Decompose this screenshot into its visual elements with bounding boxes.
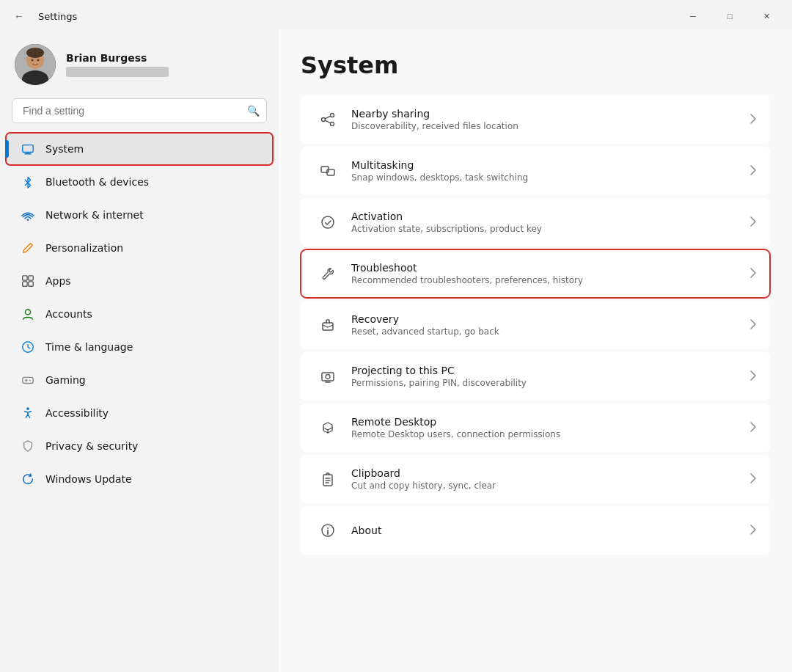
sidebar-item-apps-label: Apps — [45, 275, 71, 287]
svg-point-9 — [27, 219, 29, 221]
projecting-chevron — [750, 370, 756, 383]
settings-list: Nearby sharingDiscoverability, received … — [301, 95, 770, 555]
clipboard-title: Clipboard — [351, 467, 750, 479]
remote-desktop-text: Remote DesktopRemote Desktop users, conn… — [351, 416, 750, 439]
svg-point-23 — [322, 118, 326, 122]
user-name: Brian Burgess — [66, 52, 169, 64]
setting-item-clipboard[interactable]: ClipboardCut and copy history, sync, cle… — [301, 455, 770, 503]
sidebar-item-apps[interactable]: Apps — [6, 265, 273, 297]
bluetooth-icon — [21, 175, 35, 189]
svg-point-21 — [331, 114, 334, 117]
multitasking-desc: Snap windows, desktops, task switching — [351, 172, 750, 183]
multitasking-icon — [315, 158, 341, 184]
page-title: System — [301, 51, 770, 79]
privacy-icon — [21, 439, 35, 453]
nearby-sharing-desc: Discoverability, received files location — [351, 121, 750, 131]
setting-item-remote-desktop[interactable]: Remote DesktopRemote Desktop users, conn… — [301, 403, 770, 452]
search-input[interactable] — [12, 98, 267, 123]
nearby-sharing-title: Nearby sharing — [351, 108, 750, 120]
sidebar-item-gaming[interactable]: Gaming — [6, 364, 273, 396]
troubleshoot-chevron — [750, 268, 756, 280]
svg-rect-11 — [29, 276, 33, 280]
activation-chevron — [750, 216, 756, 229]
clipboard-text: ClipboardCut and copy history, sync, cle… — [351, 467, 750, 491]
svg-point-20 — [26, 407, 29, 410]
recovery-desc: Reset, advanced startup, go back — [351, 326, 750, 337]
clipboard-desc: Cut and copy history, sync, clear — [351, 481, 750, 491]
svg-line-24 — [325, 116, 331, 119]
svg-rect-10 — [23, 276, 27, 280]
svg-rect-12 — [23, 282, 27, 286]
activation-icon — [315, 209, 341, 235]
titlebar: ← Settings ─ □ ✕ — [0, 0, 792, 29]
remote-desktop-desc: Remote Desktop users, connection permiss… — [351, 429, 750, 439]
back-button[interactable]: ← — [9, 6, 29, 26]
clipboard-chevron — [750, 473, 756, 486]
about-chevron — [750, 525, 756, 537]
troubleshoot-icon — [315, 260, 341, 287]
svg-point-22 — [331, 123, 334, 126]
setting-item-about[interactable]: About — [301, 506, 770, 555]
svg-rect-16 — [23, 377, 33, 383]
avatar — [15, 44, 56, 85]
sidebar-item-update[interactable]: Windows Update — [6, 463, 273, 495]
system-icon — [21, 142, 35, 156]
sidebar-item-privacy-label: Privacy & security — [45, 440, 138, 452]
sidebar-item-privacy[interactable]: Privacy & security — [6, 430, 273, 462]
window-controls: ─ □ ✕ — [676, 4, 783, 28]
activation-text: ActivationActivation state, subscription… — [351, 211, 750, 234]
sidebar-item-accessibility[interactable]: Accessibility — [6, 397, 273, 429]
svg-point-3 — [26, 48, 44, 58]
recovery-title: Recovery — [351, 313, 750, 325]
remote-desktop-icon — [315, 414, 341, 441]
recovery-icon — [315, 312, 341, 338]
setting-item-multitasking[interactable]: MultitaskingSnap windows, desktops, task… — [301, 147, 770, 195]
sidebar-item-personalization[interactable]: Personalization — [6, 232, 273, 264]
activation-desc: Activation state, subscriptions, product… — [351, 224, 750, 234]
setting-item-projecting[interactable]: Projecting to this PCPermissions, pairin… — [301, 352, 770, 401]
troubleshoot-text: TroubleshootRecommended troubleshooters,… — [351, 262, 750, 285]
sidebar-item-accounts[interactable]: Accounts — [6, 298, 273, 330]
time-icon — [21, 340, 35, 354]
multitasking-chevron — [750, 165, 756, 178]
sidebar-item-system-label: System — [45, 143, 84, 155]
setting-item-recovery[interactable]: RecoveryReset, advanced startup, go back — [301, 301, 770, 349]
setting-item-activation[interactable]: ActivationActivation state, subscription… — [301, 198, 770, 246]
minimize-button[interactable]: ─ — [676, 4, 710, 28]
titlebar-left: ← Settings — [9, 6, 77, 26]
main-layout: Brian Burgess 🔍 SystemBluetooth & device… — [0, 29, 792, 672]
svg-rect-30 — [322, 373, 334, 381]
sidebar-item-time[interactable]: Time & language — [6, 331, 273, 363]
sidebar-item-bluetooth[interactable]: Bluetooth & devices — [6, 166, 273, 198]
search-box: 🔍 — [12, 98, 267, 123]
sidebar-item-personalization-label: Personalization — [45, 242, 123, 254]
maximize-button[interactable]: □ — [713, 4, 747, 28]
svg-point-31 — [326, 375, 330, 379]
about-title: About — [351, 525, 750, 536]
apps-icon — [21, 274, 35, 288]
search-icon: 🔍 — [247, 105, 260, 117]
sidebar-item-update-label: Windows Update — [45, 473, 132, 485]
sidebar-item-accessibility-label: Accessibility — [45, 407, 109, 419]
sidebar-item-time-label: Time & language — [45, 341, 133, 353]
projecting-desc: Permissions, pairing PIN, discoverabilit… — [351, 378, 750, 388]
svg-rect-29 — [323, 323, 333, 330]
svg-rect-6 — [23, 145, 33, 153]
remote-desktop-title: Remote Desktop — [351, 416, 750, 428]
svg-line-25 — [325, 120, 331, 123]
svg-point-28 — [322, 216, 334, 228]
sidebar-item-system[interactable]: System — [6, 133, 273, 165]
update-icon — [21, 472, 35, 486]
about-icon — [315, 517, 341, 544]
setting-item-troubleshoot[interactable]: TroubleshootRecommended troubleshooters,… — [301, 249, 770, 298]
nearby-sharing-chevron — [750, 114, 756, 126]
close-button[interactable]: ✕ — [749, 4, 783, 28]
nearby-sharing-icon — [315, 106, 341, 133]
multitasking-text: MultitaskingSnap windows, desktops, task… — [351, 159, 750, 183]
clipboard-icon — [315, 466, 341, 492]
projecting-text: Projecting to this PCPermissions, pairin… — [351, 365, 750, 388]
setting-item-nearby-sharing[interactable]: Nearby sharingDiscoverability, received … — [301, 95, 770, 144]
user-profile[interactable]: Brian Burgess — [0, 37, 279, 98]
sidebar-item-network-label: Network & internet — [45, 209, 144, 221]
sidebar-item-network[interactable]: Network & internet — [6, 199, 273, 231]
